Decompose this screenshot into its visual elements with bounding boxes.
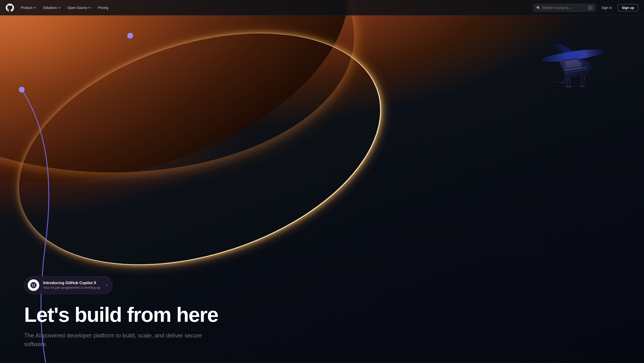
copilot-banner-subtitle: Your AI pair programmer is leveling up xyxy=(43,286,100,290)
nav-right: Search or jump to... / Sign in Sign up xyxy=(533,4,638,12)
nav-solutions[interactable]: Solutions xyxy=(40,4,64,11)
hero-drone xyxy=(534,44,612,97)
nav-product[interactable]: Product xyxy=(18,4,39,11)
nav-pricing[interactable]: Pricing xyxy=(95,4,111,11)
search-placeholder: Search or jump to... xyxy=(542,6,586,10)
signup-button[interactable]: Sign up xyxy=(618,4,638,11)
copilot-face-icon xyxy=(30,282,37,288)
search-icon xyxy=(536,6,540,10)
hero-section: Introducing GitHub Copilot X Your AI pai… xyxy=(0,0,644,363)
svg-line-5 xyxy=(554,81,562,83)
search-bar[interactable]: Search or jump to... / xyxy=(533,4,596,12)
svg-point-14 xyxy=(34,284,35,285)
nav-open-source-label: Open Source xyxy=(68,6,88,10)
hero-subheadline: The AI-powered developer platform to bui… xyxy=(24,331,217,348)
chevron-down-icon xyxy=(33,6,36,9)
svg-point-13 xyxy=(32,284,33,285)
navbar: Product Solutions Open Source Pricing xyxy=(0,0,644,16)
drone-svg xyxy=(534,44,612,97)
nav-solutions-label: Solutions xyxy=(43,6,57,10)
copilot-banner-chevron: › xyxy=(106,282,108,288)
copilot-text: Introducing GitHub Copilot X Your AI pai… xyxy=(43,281,100,290)
copilot-banner-title: Introducing GitHub Copilot X xyxy=(43,281,100,285)
chevron-down-icon xyxy=(58,6,61,9)
svg-point-10 xyxy=(30,282,37,288)
copilot-banner[interactable]: Introducing GitHub Copilot X Your AI pai… xyxy=(24,276,112,294)
hero-headline: Let's build from here xyxy=(24,304,241,326)
nav-links: Product Solutions Open Source Pricing xyxy=(18,4,533,11)
nav-product-label: Product xyxy=(21,6,32,10)
nav-pricing-label: Pricing xyxy=(98,6,108,10)
nav-open-source[interactable]: Open Source xyxy=(64,4,94,11)
github-logo-icon xyxy=(6,4,14,12)
copilot-icon xyxy=(28,279,39,291)
signin-button[interactable]: Sign in xyxy=(599,4,615,11)
hero-content: Introducing GitHub Copilot X Your AI pai… xyxy=(0,276,644,363)
github-logo[interactable] xyxy=(6,4,14,12)
chevron-down-icon xyxy=(88,6,91,9)
search-kbd: / xyxy=(588,6,593,10)
